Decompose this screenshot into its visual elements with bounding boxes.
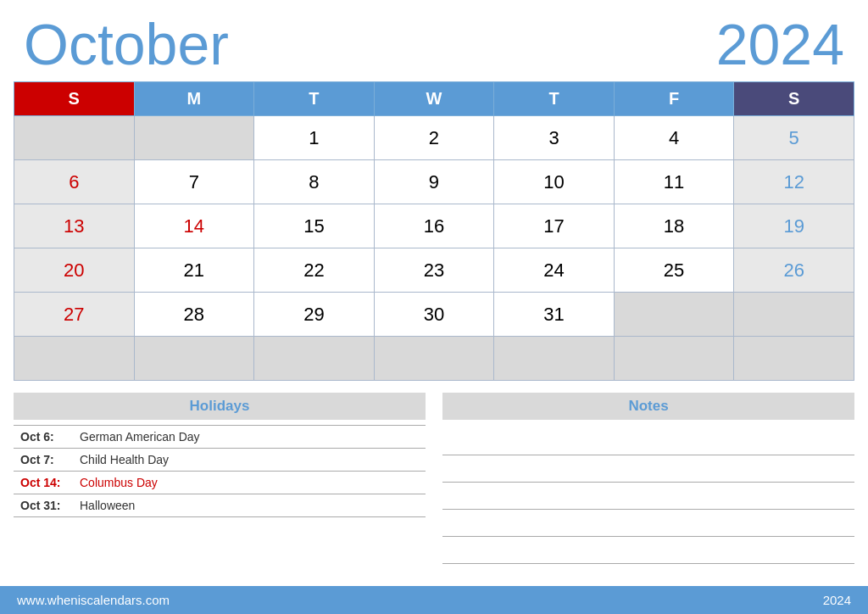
calendar-cell bbox=[134, 116, 254, 160]
holiday-item: Oct 6:German American Day bbox=[14, 425, 426, 449]
calendar-cell bbox=[494, 337, 615, 381]
calendar-cell: 3 bbox=[494, 116, 615, 160]
col-header-tue: T bbox=[254, 82, 375, 116]
calendar-cell bbox=[14, 337, 135, 381]
calendar-cell: 22 bbox=[254, 248, 375, 293]
note-line[interactable] bbox=[442, 428, 854, 455]
calendar-cell: 9 bbox=[374, 160, 494, 204]
holiday-date: Oct 7: bbox=[20, 453, 80, 466]
calendar-cell: 21 bbox=[134, 248, 254, 293]
calendar-page: October 2024 S M T W T F S 1234567891011… bbox=[0, 0, 868, 614]
calendar-header-row: S M T W T F S bbox=[14, 82, 854, 116]
note-line[interactable] bbox=[442, 510, 854, 537]
holidays-panel: Holidays Oct 6:German American DayOct 7:… bbox=[14, 393, 426, 586]
calendar-cell: 12 bbox=[734, 160, 854, 204]
footer-year: 2024 bbox=[823, 593, 851, 607]
calendar-cell: 6 bbox=[14, 160, 135, 204]
calendar-cell: 23 bbox=[374, 248, 494, 293]
calendar-cell: 19 bbox=[734, 204, 854, 248]
calendar-cell bbox=[14, 116, 135, 160]
holiday-item: Oct 14:Columbus Day bbox=[14, 472, 426, 494]
notes-header: Notes bbox=[442, 393, 854, 420]
footer: www.wheniscalendars.com 2024 bbox=[0, 586, 868, 614]
holidays-header: Holidays bbox=[14, 393, 426, 420]
holidays-list: Oct 6:German American DayOct 7:Child Hea… bbox=[14, 425, 426, 517]
calendar-table: S M T W T F S 12345678910111213141516171… bbox=[14, 81, 854, 381]
holiday-name: Halloween bbox=[80, 499, 135, 512]
calendar-cell: 4 bbox=[614, 116, 734, 160]
col-header-wed: W bbox=[374, 82, 494, 116]
calendar-row: 6789101112 bbox=[14, 160, 854, 204]
calendar-row: 20212223242526 bbox=[14, 248, 854, 293]
calendar-row: 12345 bbox=[14, 116, 854, 160]
holiday-name: Child Health Day bbox=[80, 453, 169, 466]
col-header-mon: M bbox=[134, 82, 254, 116]
col-header-sat: S bbox=[734, 82, 854, 116]
holiday-date: Oct 6: bbox=[20, 430, 80, 444]
holiday-date: Oct 31: bbox=[20, 499, 80, 512]
calendar-cell bbox=[614, 293, 734, 337]
notes-lines bbox=[442, 425, 854, 564]
calendar-cell: 29 bbox=[254, 293, 375, 337]
calendar-cell: 30 bbox=[374, 293, 494, 337]
col-header-fri: F bbox=[614, 82, 734, 116]
notes-panel: Notes bbox=[442, 393, 854, 586]
calendar-cell: 20 bbox=[14, 248, 135, 293]
calendar-row bbox=[14, 337, 854, 381]
note-line[interactable] bbox=[442, 455, 854, 483]
year-title: 2024 bbox=[716, 15, 844, 73]
calendar-cell: 24 bbox=[494, 248, 615, 293]
calendar-cell: 5 bbox=[734, 116, 854, 160]
calendar-cell bbox=[374, 337, 494, 381]
calendar-container: S M T W T F S 12345678910111213141516171… bbox=[0, 81, 868, 381]
calendar-cell: 14 bbox=[134, 204, 254, 248]
footer-url: www.wheniscalendars.com bbox=[17, 593, 170, 607]
note-line[interactable] bbox=[442, 483, 854, 510]
calendar-cell: 15 bbox=[254, 204, 375, 248]
note-line[interactable] bbox=[442, 537, 854, 564]
bottom-section: Holidays Oct 6:German American DayOct 7:… bbox=[0, 381, 868, 586]
month-title: October bbox=[24, 15, 229, 73]
calendar-cell: 26 bbox=[734, 248, 854, 293]
holiday-name: Columbus Day bbox=[80, 476, 158, 489]
holiday-item: Oct 7:Child Health Day bbox=[14, 449, 426, 472]
calendar-cell: 16 bbox=[374, 204, 494, 248]
calendar-cell: 13 bbox=[14, 204, 135, 248]
calendar-cell bbox=[254, 337, 375, 381]
calendar-cell: 7 bbox=[134, 160, 254, 204]
calendar-row: 2728293031 bbox=[14, 293, 854, 337]
calendar-cell: 31 bbox=[494, 293, 615, 337]
calendar-cell: 11 bbox=[614, 160, 734, 204]
holiday-item: Oct 31:Halloween bbox=[14, 494, 426, 517]
calendar-cell: 2 bbox=[374, 116, 494, 160]
calendar-cell: 17 bbox=[494, 204, 615, 248]
calendar-row: 13141516171819 bbox=[14, 204, 854, 248]
header: October 2024 bbox=[0, 0, 868, 81]
calendar-cell: 10 bbox=[494, 160, 615, 204]
calendar-cell: 25 bbox=[614, 248, 734, 293]
calendar-cell bbox=[614, 337, 734, 381]
calendar-cell: 8 bbox=[254, 160, 375, 204]
calendar-cell bbox=[734, 337, 854, 381]
calendar-cell: 1 bbox=[254, 116, 375, 160]
calendar-cell: 18 bbox=[614, 204, 734, 248]
calendar-cell bbox=[734, 293, 854, 337]
holiday-name: German American Day bbox=[80, 430, 200, 444]
holiday-date: Oct 14: bbox=[20, 476, 80, 489]
calendar-cell bbox=[134, 337, 254, 381]
col-header-thu: T bbox=[494, 82, 615, 116]
col-header-sun: S bbox=[14, 82, 135, 116]
calendar-cell: 28 bbox=[134, 293, 254, 337]
calendar-cell: 27 bbox=[14, 293, 135, 337]
